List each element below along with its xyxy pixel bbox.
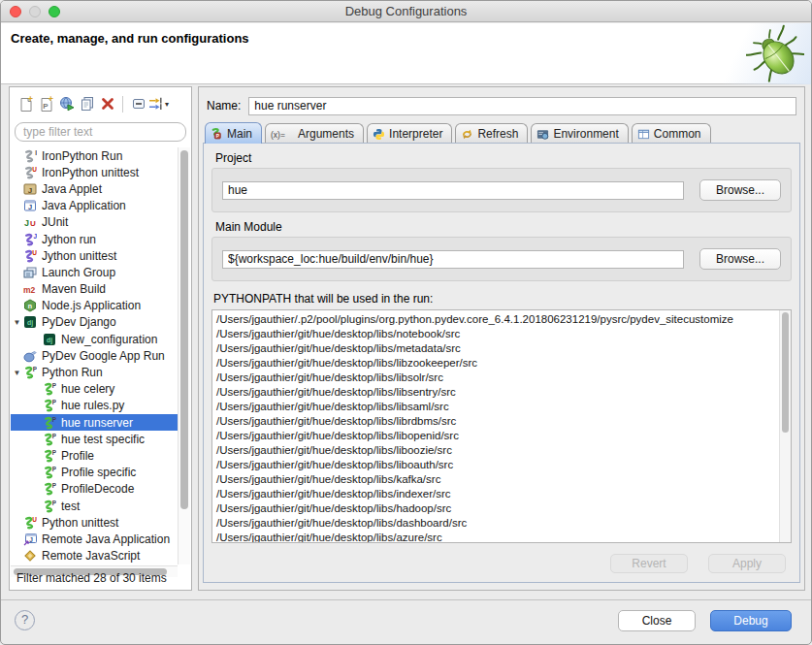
tree-item-profile-specific[interactable]: PProfile specific [11,465,178,481]
scrollbar-thumb[interactable] [180,150,188,509]
tree-item-ironpython-unittest[interactable]: UIronPython unittest [11,164,178,180]
svg-text:P: P [52,500,56,506]
tree-item-ironpython-run[interactable]: IIronPython Run [11,147,178,164]
tree-item-hue-runserver[interactable]: Phue runserver [11,414,178,431]
tab-label: Environment [553,127,618,141]
tree-item-python-unittest[interactable]: UPython unittest [11,514,178,531]
tree-item-profile[interactable]: PProfile [11,447,178,464]
pythonpath-entry[interactable]: /Users/jgauthier/git/hue/desktop/libs/li… [216,400,775,414]
svg-text:+: + [27,96,32,104]
dialog-footer: ? Close Debug [1,599,811,645]
svg-text:P: P [52,433,56,439]
apply-button[interactable]: Apply [708,554,786,573]
tree-item-python-run[interactable]: ▼PPython Run [11,364,178,380]
revert-button[interactable]: Revert [610,554,688,573]
delete-button[interactable] [97,94,117,113]
export-launch-configuration-button[interactable] [56,94,77,113]
launch-group-icon [23,266,38,279]
tree-item-hue-rules-py[interactable]: Phue rules.py [11,398,178,414]
zoom-window-button[interactable] [49,6,60,17]
pythonpath-entry[interactable]: /Users/jgauthier/git/hue/desktop/libs/li… [216,443,775,458]
tree-item-new-configuration[interactable]: djNew_configuration [11,331,178,347]
pythonpath-entry[interactable]: /Users/jgauthier/git/hue/desktop/libs/li… [216,458,775,472]
tab-arguments[interactable]: (x)=Arguments [265,123,364,144]
close-button[interactable]: Close [618,610,696,631]
minimize-window-button[interactable] [29,6,41,17]
duplicate-button[interactable] [77,94,97,113]
nodejs-icon: n [23,299,38,312]
tree-item-remote-java-application[interactable]: JRemote Java Application [11,531,178,547]
python-run-icon: P [43,449,57,463]
help-button[interactable]: ? [15,610,35,630]
collapse-all-button[interactable] [128,94,148,113]
tree-vertical-scrollbar[interactable] [178,147,190,564]
scrollbar-thumb[interactable] [782,312,789,433]
filter-button[interactable]: ▾ [148,94,169,113]
tree-item-label: Python unittest [42,516,118,530]
tree-item-hue-test-specific[interactable]: Phue test specific [11,431,178,447]
name-label: Name: [207,99,241,113]
tab-environment[interactable]: Environment [531,123,628,144]
tree-item-label: hue celery [61,382,114,396]
tab-refresh[interactable]: Refresh [455,123,528,144]
tree-item-jython-unittest[interactable]: UJython unittest [11,247,178,264]
launch-config-sidebar: +P+▾ IIronPython RunUIronPython unittest… [9,86,192,591]
pythonpath-entry[interactable]: /Users/jgauthier/git/hue/desktop/libs/az… [216,531,775,543]
close-window-button[interactable] [10,6,21,17]
tab-main[interactable]: PMain [205,122,262,144]
java-application-icon: J [23,199,38,212]
project-input[interactable] [222,181,684,200]
tree-item-node-js-application[interactable]: nNode.js Application [11,298,178,314]
tree-item-java-application[interactable]: JJava Application [11,198,178,214]
tree-item-test[interactable]: Ptest [11,498,178,514]
main-module-input[interactable] [222,250,684,269]
pythonpath-entry[interactable]: /Users/jgauthier/git/hue/desktop/libs/ka… [216,472,775,487]
tree-item-hue-celery[interactable]: Phue celery [11,381,178,398]
tab-bar: PMain(x)=ArgumentsInterpreterRefreshEnvi… [205,122,798,144]
expanded-arrow-icon[interactable]: ▼ [11,318,23,327]
pythonpath-entry[interactable]: /Users/jgauthier/git/hue/desktop/libs/ha… [216,501,775,516]
pythonpath-entry[interactable]: /Users/jgauthier/git/hue/desktop/libs/li… [216,429,775,443]
tree-item-label: hue rules.py [61,399,124,412]
tree-item-pydev-google-app-run[interactable]: PyDev Google App Run [11,347,178,364]
name-input[interactable] [248,97,796,115]
python-run-icon: P [43,500,57,513]
pythonpath-entry[interactable]: /Users/jgauthier/git/hue/desktop/libs/me… [216,341,775,356]
pythonpath-entry[interactable]: /Users/jgauthier/git/hue/desktop/libs/da… [216,516,775,531]
duplicate-icon [80,96,95,112]
tree-item-label: Jython run [42,233,96,246]
tree-item-junit[interactable]: JUJUnit [11,214,178,231]
expanded-arrow-icon[interactable]: ▼ [11,369,23,377]
tree-item-maven-build[interactable]: m2Maven Build [11,281,178,298]
main-module-browse-button[interactable]: Browse... [699,248,781,270]
pythonpath-vertical-scrollbar[interactable] [779,310,791,542]
remote-js-icon [23,549,38,563]
tree-item-profiledecode[interactable]: PProfileDecode [11,481,178,498]
svg-text:P: P [52,382,56,389]
pythonpath-entry[interactable]: /Users/jgauthier/git/hue/desktop/libs/li… [216,371,775,385]
titlebar[interactable]: Debug Configurations [1,1,811,22]
svg-text:P: P [33,366,37,372]
tree-item-pydev-django[interactable]: ▼djPyDev Django [11,314,178,331]
pythonpath-entry[interactable]: /Users/jgauthier/git/hue/desktop/libs/li… [216,414,775,429]
tree-item-jython-run[interactable]: JJython run [11,231,178,247]
pythonpath-entry[interactable]: /Users/jgauthier/git/hue/desktop/libs/in… [216,487,775,501]
pythonpath-entry[interactable]: /Users/jgauthier/.p2/pool/plugins/org.py… [216,312,775,327]
debug-button[interactable]: Debug [710,610,792,631]
junit-icon: JU [23,215,38,229]
pythonpath-entry[interactable]: /Users/jgauthier/git/hue/desktop/libs/li… [216,356,775,371]
pythonpath-entry[interactable]: /Users/jgauthier/git/hue/desktop/libs/li… [216,385,775,400]
project-label: Project [215,151,799,165]
tree-item-java-applet[interactable]: JJava Applet [11,180,178,197]
new-launch-prototype-button[interactable]: P+ [36,94,56,113]
tree-item-remote-javascript[interactable]: Remote JavaScript [11,548,178,564]
new-launch-configuration-button[interactable]: + [16,94,36,113]
project-browse-button[interactable]: Browse... [699,179,781,201]
filter-input[interactable] [15,122,186,142]
python-run-icon: P [43,416,57,430]
pythonpath-entry[interactable]: /Users/jgauthier/git/hue/desktop/libs/no… [216,327,775,341]
tab-common[interactable]: Common [632,123,711,144]
tab-label: Refresh [477,127,518,141]
tree-item-launch-group[interactable]: Launch Group [11,264,178,280]
tab-interpreter[interactable]: Interpreter [367,123,452,144]
